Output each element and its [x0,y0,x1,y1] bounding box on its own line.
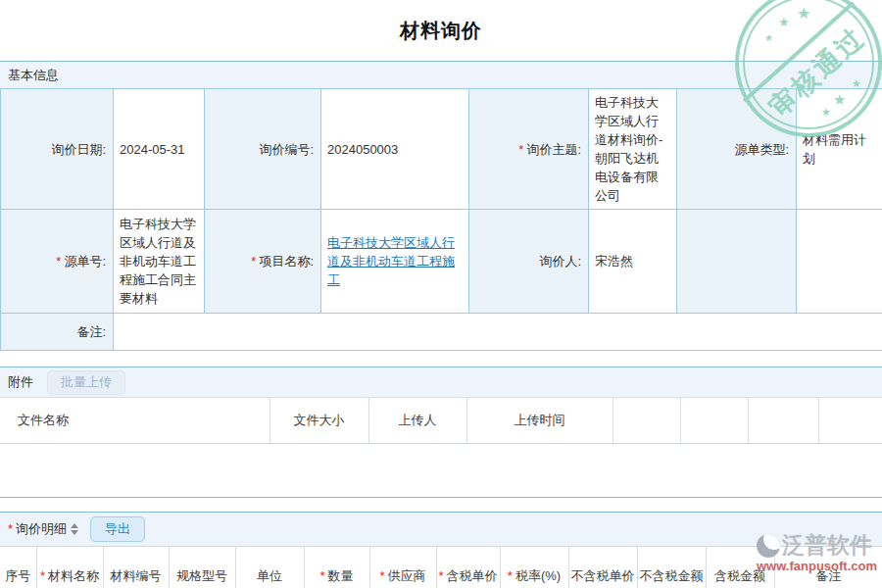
col-tax-rate: *税率(%) [500,547,568,588]
col-file-size: 文件大小 [270,398,368,443]
col-upload-time: 上传时间 [466,398,612,443]
col-remark-text: 备注 [815,568,841,583]
basic-info-row-2: *源单号: 电子科技大学区域人行道及非机动车道工程施工合同主要材料 *项目名称:… [1,210,882,314]
inquiry-no-label-text: 询价编号: [259,142,314,157]
col-supplier-text: 供应商 [388,568,426,583]
col-material-name-text: 材料名称 [48,568,99,583]
required-mark: * [8,521,13,536]
source-type-label-text: 源单类型: [734,142,789,157]
col-material-no: 材料编号 [103,547,169,588]
col-uploader: 上传人 [368,398,466,443]
inquiry-date-label: 询价日期: [1,89,114,210]
col-material-name: *材料名称 [36,547,103,588]
project-name-value: 电子科技大学区域人行道及非机动车道工程施工 [321,210,469,314]
required-mark: * [508,568,513,583]
basic-info-section-bar: 基本信息 [0,61,882,88]
inquirer-value: 宋浩然 [589,210,677,314]
attachments-section-bar: 附件 批量上传 [0,367,882,398]
required-mark: * [379,568,384,583]
col-quantity-text: 数量 [328,568,354,583]
col-price-with-tax: *含税单价 [436,547,500,588]
col-amount-no-tax: 不含税金额 [637,547,706,588]
details-section-bar: * 询价明细 导出 [0,512,882,547]
col-tax-rate-text: 税率(%) [515,568,561,583]
col-price-no-tax-text: 不含税单价 [571,568,635,583]
col-price-with-tax-text: 含税单价 [447,568,498,583]
source-type-value: 材料需用计划 [797,89,882,210]
inquirer-label: 询价人: [469,210,589,314]
source-no-label: *源单号: [1,210,114,314]
col-spec-model-text: 规格型号 [176,568,227,583]
col-unit-text: 单位 [257,568,282,583]
attachments-table: 文件名称 文件大小 上传人 上传时间 [0,398,882,444]
remark-value [114,314,882,351]
details-section-title: 询价明细 [16,520,67,538]
inquiry-subject-value: 电子科技大学区域人行道材料询价-朝阳飞达机电设备有限公司 [589,89,677,210]
inquiry-no-value: 2024050003 [321,89,469,210]
required-mark: * [319,568,324,583]
attachments-empty-area [0,444,882,498]
export-button[interactable]: 导出 [90,516,145,542]
col-empty-4 [818,398,882,443]
col-empty-1 [612,398,680,443]
col-unit: 单位 [235,547,304,588]
col-seq-text: 序号 [5,568,30,583]
col-price-no-tax: 不含税单价 [568,547,637,588]
basic-info-row-3: 备注: [1,314,882,351]
col-remark: 备注 [774,547,882,588]
details-table: 序号 *材料名称 材料编号 规格型号 单位 *数量 *供应商 *含税单价 *税率… [0,547,882,588]
required-mark: * [40,568,45,583]
col-amount-with-tax: 含税金额 [706,547,774,588]
page-header: 材料询价 [0,0,882,61]
source-no-value: 电子科技大学区域人行道及非机动车道工程施工合同主要材料 [114,210,205,314]
empty-label-cell [677,210,797,314]
inquiry-subject-label: *询价主题: [469,89,589,210]
remark-label-text: 备注: [76,324,106,339]
inquiry-subject-label-text: 询价主题: [526,142,581,157]
collapse-sort-icon[interactable] [71,523,78,535]
inquiry-no-label: 询价编号: [205,89,321,210]
page-title: 材料询价 [400,18,482,44]
required-mark: * [56,254,61,269]
col-seq: 序号 [0,547,36,588]
col-amount-with-tax-text: 含税金额 [714,568,765,583]
batch-upload-button[interactable]: 批量上传 [47,370,125,395]
inquiry-date-value: 2024-05-31 [114,89,205,210]
remark-label: 备注: [1,314,114,351]
attachments-section-title: 附件 [8,373,33,391]
empty-value-cell [797,210,882,314]
col-material-no-text: 材料编号 [111,568,162,583]
project-name-label: *项目名称: [205,210,321,314]
project-name-link[interactable]: 电子科技大学区域人行道及非机动车道工程施工 [327,235,455,287]
attachments-header-row: 文件名称 文件大小 上传人 上传时间 [0,398,882,443]
col-file-name: 文件名称 [0,398,270,443]
col-empty-3 [748,398,818,443]
inquiry-date-label-text: 询价日期: [51,142,106,157]
col-quantity: *数量 [304,547,369,588]
inquirer-label-text: 询价人: [539,254,581,269]
basic-info-table: 询价日期: 2024-05-31 询价编号: 2024050003 *询价主题:… [0,88,882,351]
source-no-label-text: 源单号: [64,254,106,269]
col-spec-model: 规格型号 [169,547,235,588]
basic-info-section-title: 基本信息 [8,67,59,84]
required-mark: * [518,142,523,157]
col-amount-no-tax-text: 不含税金额 [640,568,704,583]
source-type-label: 源单类型: [677,89,797,210]
details-header-row: 序号 *材料名称 材料编号 规格型号 单位 *数量 *供应商 *含税单价 *税率… [0,547,882,588]
required-mark: * [251,254,256,269]
basic-info-row-1: 询价日期: 2024-05-31 询价编号: 2024050003 *询价主题:… [1,89,882,210]
col-empty-2 [680,398,748,443]
project-name-label-text: 项目名称: [259,254,314,269]
col-supplier: *供应商 [369,547,436,588]
required-mark: * [438,568,443,583]
